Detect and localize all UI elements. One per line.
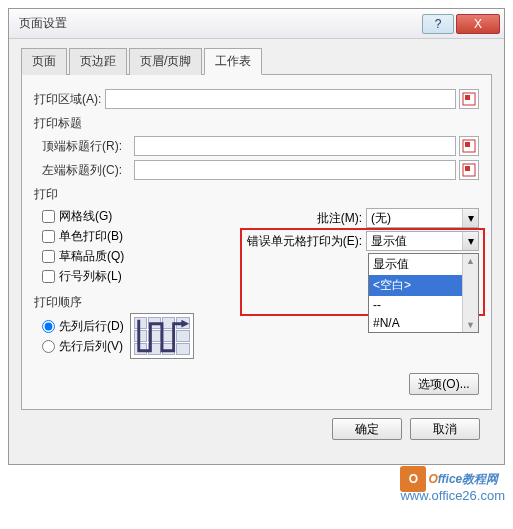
top-rows-row: 顶端标题行(R): [42, 136, 479, 156]
comments-value: (无) [371, 210, 391, 227]
comments-select[interactable]: (无) ▾ [366, 208, 479, 228]
watermark-url: www.office26.com [400, 488, 505, 503]
close-button[interactable]: X [456, 14, 500, 34]
gridlines-checkbox[interactable] [42, 210, 55, 223]
range-picker-icon [462, 163, 476, 177]
svg-rect-1 [465, 95, 470, 100]
rowcol-label: 行号列标(L) [59, 268, 122, 285]
order-arrow-icon [131, 314, 193, 359]
watermark-text: ffice教程网 [438, 472, 498, 486]
draft-checkbox[interactable] [42, 250, 55, 263]
print-area-label: 打印区域(A): [34, 91, 101, 108]
tab-margin[interactable]: 页边距 [69, 48, 127, 75]
dialog-footer: 确定 取消 [21, 410, 492, 452]
errors-select[interactable]: 显示值 ▾ [366, 231, 479, 251]
draft-label: 草稿品质(Q) [59, 248, 124, 265]
print-area-picker[interactable] [459, 89, 479, 109]
page-order-preview [130, 313, 194, 359]
page-setup-dialog: 页面设置 ? X 页面 页边距 页眉/页脚 工作表 打印区域(A): 打印标题 … [8, 8, 505, 465]
help-button[interactable]: ? [422, 14, 454, 34]
left-cols-label: 左端标题列(C): [42, 162, 130, 179]
top-rows-label: 顶端标题行(R): [42, 138, 130, 155]
svg-rect-3 [465, 142, 470, 147]
gridlines-label: 网格线(G) [59, 208, 112, 225]
tab-page[interactable]: 页面 [21, 48, 67, 75]
print-checks: 网格线(G) 单色打印(B) 草稿品质(Q) 行号列标(L) [42, 205, 242, 288]
comments-label: 批注(M): [242, 210, 362, 227]
errors-value: 显示值 [371, 233, 407, 250]
print-titles-label: 打印标题 [34, 115, 479, 132]
tab-sheet[interactable]: 工作表 [204, 48, 262, 75]
range-picker-icon [462, 92, 476, 106]
over-down-radio[interactable] [42, 320, 55, 333]
over-down-label: 先列后行(D) [59, 318, 124, 335]
watermark-o: O [428, 472, 437, 486]
dialog-body: 页面 页边距 页眉/页脚 工作表 打印区域(A): 打印标题 顶端标题行(R): [9, 39, 504, 464]
print-area-input[interactable] [105, 89, 456, 109]
watermark: OOffice教程网 www.office26.com [0, 465, 513, 505]
print-area-row: 打印区域(A): [34, 89, 479, 109]
left-cols-input[interactable] [134, 160, 456, 180]
chevron-down-icon: ▾ [462, 232, 478, 250]
range-picker-icon [462, 139, 476, 153]
errors-dropdown[interactable]: 显示值 <空白> -- #N/A [368, 253, 479, 333]
left-cols-picker[interactable] [459, 160, 479, 180]
cancel-button[interactable]: 取消 [410, 418, 480, 440]
down-over-radio[interactable] [42, 340, 55, 353]
top-rows-picker[interactable] [459, 136, 479, 156]
print-selects: 批注(M): (无) ▾ 错误单元格打印为(E): 显示值 ▾ [242, 205, 479, 288]
tab-headerfooter[interactable]: 页眉/页脚 [129, 48, 202, 75]
down-over-label: 先行后列(V) [59, 338, 123, 355]
dropdown-scroll-icon [462, 254, 478, 332]
svg-rect-5 [465, 166, 470, 171]
errors-label: 错误单元格打印为(E): [242, 233, 362, 250]
ok-button[interactable]: 确定 [332, 418, 402, 440]
chevron-down-icon: ▾ [462, 209, 478, 227]
tab-strip: 页面 页边距 页眉/页脚 工作表 [21, 48, 492, 75]
dialog-title: 页面设置 [19, 15, 422, 32]
sheet-panel: 打印区域(A): 打印标题 顶端标题行(R): 左端标题列(C): [21, 74, 492, 410]
options-button[interactable]: 选项(O)... [409, 373, 479, 395]
rowcol-checkbox[interactable] [42, 270, 55, 283]
bw-label: 单色打印(B) [59, 228, 123, 245]
top-rows-input[interactable] [134, 136, 456, 156]
print-label: 打印 [34, 186, 479, 203]
bw-checkbox[interactable] [42, 230, 55, 243]
titlebar[interactable]: 页面设置 ? X [9, 9, 504, 39]
left-cols-row: 左端标题列(C): [42, 160, 479, 180]
